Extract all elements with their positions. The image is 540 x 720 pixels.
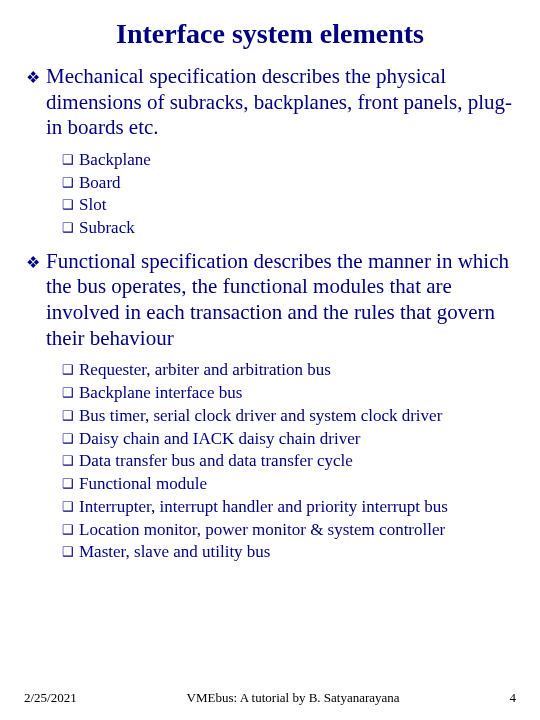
sub-bullet-text: Board xyxy=(79,172,121,194)
sub-bullet-text: Location monitor, power monitor & system… xyxy=(79,519,445,541)
square-bullet-icon: ❑ xyxy=(62,362,74,378)
bullet-item: ❖ Mechanical specification describes the… xyxy=(24,64,516,141)
square-bullet-icon: ❑ xyxy=(62,175,74,191)
square-bullet-icon: ❑ xyxy=(62,431,74,447)
square-bullet-icon: ❑ xyxy=(62,408,74,424)
diamond-bullet-icon: ❖ xyxy=(26,68,40,87)
sub-bullet-item: ❑ Location monitor, power monitor & syst… xyxy=(62,519,516,541)
bullet-text: Mechanical specification describes the p… xyxy=(46,64,516,141)
square-bullet-icon: ❑ xyxy=(62,499,74,515)
sub-bullet-item: ❑ Board xyxy=(62,172,516,194)
sub-bullet-item: ❑ Functional module xyxy=(62,473,516,495)
sub-bullet-text: Requester, arbiter and arbitration bus xyxy=(79,359,331,381)
square-bullet-icon: ❑ xyxy=(62,197,74,213)
slide-footer: 2/25/2021 VMEbus: A tutorial by B. Satya… xyxy=(0,690,540,706)
footer-page-number: 4 xyxy=(510,690,517,706)
sub-bullet-text: Functional module xyxy=(79,473,207,495)
sub-bullet-item: ❑ Backplane xyxy=(62,149,516,171)
square-bullet-icon: ❑ xyxy=(62,220,74,236)
sub-bullet-item: ❑ Data transfer bus and data transfer cy… xyxy=(62,450,516,472)
sub-bullet-item: ❑ Daisy chain and IACK daisy chain drive… xyxy=(62,428,516,450)
sub-bullet-item: ❑ Bus timer, serial clock driver and sys… xyxy=(62,405,516,427)
sub-bullet-item: ❑ Slot xyxy=(62,194,516,216)
sub-bullet-text: Bus timer, serial clock driver and syste… xyxy=(79,405,442,427)
sub-bullet-item: ❑ Requester, arbiter and arbitration bus xyxy=(62,359,516,381)
bullet-item: ❖ Functional specification describes the… xyxy=(24,249,516,351)
sub-bullet-text: Data transfer bus and data transfer cycl… xyxy=(79,450,353,472)
square-bullet-icon: ❑ xyxy=(62,476,74,492)
sub-bullet-text: Subrack xyxy=(79,217,135,239)
sub-bullet-item: ❑ Subrack xyxy=(62,217,516,239)
bullet-text: Functional specification describes the m… xyxy=(46,249,516,351)
sub-bullet-text: Master, slave and utility bus xyxy=(79,541,270,563)
sub-bullet-text: Backplane xyxy=(79,149,151,171)
footer-date: 2/25/2021 xyxy=(24,690,77,706)
sub-bullet-text: Backplane interface bus xyxy=(79,382,242,404)
slide-title: Interface system elements xyxy=(24,18,516,50)
square-bullet-icon: ❑ xyxy=(62,152,74,168)
sub-bullet-item: ❑ Master, slave and utility bus xyxy=(62,541,516,563)
sub-bullet-item: ❑ Interrupter, interrupt handler and pri… xyxy=(62,496,516,518)
diamond-bullet-icon: ❖ xyxy=(26,253,40,272)
sub-bullet-text: Slot xyxy=(79,194,106,216)
square-bullet-icon: ❑ xyxy=(62,544,74,560)
sub-bullet-text: Daisy chain and IACK daisy chain driver xyxy=(79,428,360,450)
square-bullet-icon: ❑ xyxy=(62,453,74,469)
sub-bullet-text: Interrupter, interrupt handler and prior… xyxy=(79,496,448,518)
footer-title: VMEbus: A tutorial by B. Satyanarayana xyxy=(77,690,510,706)
sub-bullet-item: ❑ Backplane interface bus xyxy=(62,382,516,404)
sub-list: ❑ Requester, arbiter and arbitration bus… xyxy=(62,359,516,563)
square-bullet-icon: ❑ xyxy=(62,385,74,401)
sub-list: ❑ Backplane ❑ Board ❑ Slot ❑ Subrack xyxy=(62,149,516,239)
square-bullet-icon: ❑ xyxy=(62,522,74,538)
